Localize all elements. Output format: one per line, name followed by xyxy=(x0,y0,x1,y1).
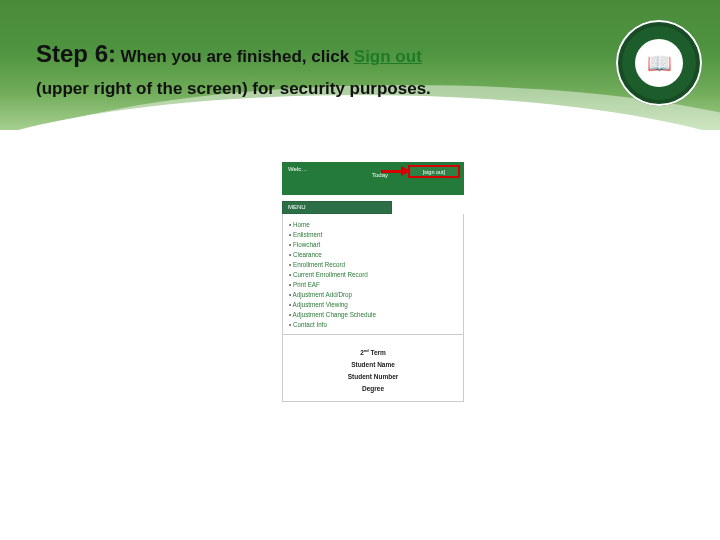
student-info-block: 2nd Term Student Name Student Number Deg… xyxy=(282,335,464,402)
embedded-screenshot: Welc… Today [sign out] MENU Home Enlistm… xyxy=(282,162,464,402)
sidebar-item-contact-info[interactable]: Contact Info xyxy=(289,319,461,329)
college-seal-icon: 📖 xyxy=(616,20,702,106)
sidebar-item-adjustment-add-drop[interactable]: Adjustment Add/Drop xyxy=(289,289,461,299)
sidebar-item-enrollment-record[interactable]: Enrollment Record xyxy=(289,259,461,269)
seal-glyph: 📖 xyxy=(647,51,672,75)
sidebar-item-adjustment-viewing[interactable]: Adjustment Viewing xyxy=(289,299,461,309)
step-label: Step 6: xyxy=(36,40,116,67)
menu-header: MENU xyxy=(282,201,392,214)
step-text: When you are finished, click Sign out xyxy=(120,47,421,66)
signout-link-text: [sign out] xyxy=(423,169,445,175)
term-after: Term xyxy=(369,349,386,356)
callout-arrow-icon xyxy=(381,167,411,175)
sidebar-item-current-enrollment[interactable]: Current Enrollment Record xyxy=(289,269,461,279)
sidebar-item-home[interactable]: Home xyxy=(289,219,461,229)
degree-label: Degree xyxy=(287,385,459,392)
sidebar-item-flowchart[interactable]: Flowchart xyxy=(289,239,461,249)
term-label: 2nd Term xyxy=(287,348,459,356)
signout-link-highlight[interactable]: [sign out] xyxy=(408,165,460,178)
sidebar-item-clearance[interactable]: Clearance xyxy=(289,249,461,259)
step-text-before: When you are finished, click xyxy=(120,47,353,66)
sidebar-menu: Home Enlistment Flowchart Clearance Enro… xyxy=(282,214,464,335)
sidebar-item-enlistment[interactable]: Enlistment xyxy=(289,229,461,239)
student-name-label: Student Name xyxy=(287,361,459,368)
sidebar-item-adjustment-change-schedule[interactable]: Adjustment Change Schedule xyxy=(289,309,461,319)
step-highlight: Sign out xyxy=(354,47,422,66)
student-number-label: Student Number xyxy=(287,373,459,380)
instruction-heading: Step 6: When you are finished, click Sig… xyxy=(36,38,596,101)
portal-header: Welc… Today [sign out] xyxy=(282,162,464,195)
welcome-label: Welc… xyxy=(288,166,307,172)
step-text-line2: (upper right of the screen) for security… xyxy=(36,78,596,101)
sidebar-item-print-eaf[interactable]: Print EAF xyxy=(289,279,461,289)
